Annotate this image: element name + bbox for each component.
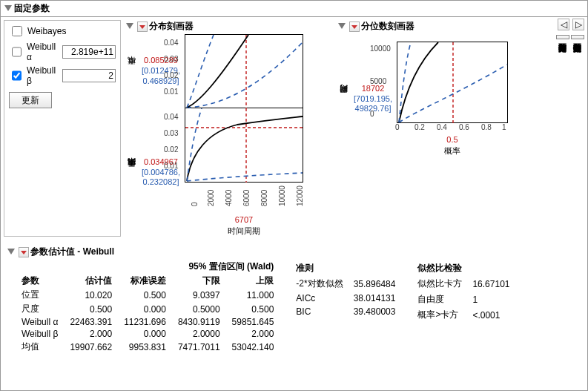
cell-name: 自由度 (413, 292, 466, 306)
cell-lo: 7471.7011 (172, 340, 226, 354)
disclose-icon[interactable] (4, 4, 13, 13)
cell-se: 11231.696 (118, 316, 172, 328)
cell-name: BIC (291, 306, 347, 318)
table-row: 位置10.0200.5009.039711.000 (16, 288, 280, 302)
cell-param: 均值 (16, 340, 64, 354)
col-param: 参数 (16, 274, 64, 288)
panel-menu-button[interactable] (137, 22, 148, 32)
ytick: 0.01 (164, 88, 178, 96)
cell-se: 0.500 (118, 288, 172, 302)
side-tabs: 分布刻画器剥离 分位数刻画器剥离 (556, 35, 584, 39)
cell-val: 16.67101 (468, 277, 514, 291)
update-button[interactable]: 更新 (9, 92, 52, 108)
cell-name: -2*对数似然 (291, 277, 347, 291)
weibayes-checkbox[interactable] (12, 26, 22, 36)
cell-se: 0.000 (118, 328, 172, 340)
xtick: 0 (191, 202, 199, 206)
cell-val: 39.480003 (349, 306, 400, 318)
ytick: 0.03 (164, 55, 178, 63)
xtick: 0.6 (459, 123, 469, 131)
cell-est: 2.000 (64, 328, 118, 340)
ytick: 0.02 (164, 71, 178, 79)
triangle-left-icon: ◁ (561, 19, 567, 30)
ytick: 0.01 (164, 162, 178, 170)
cell-lo: 9.0397 (172, 288, 226, 302)
disclose-icon[interactable] (7, 248, 16, 257)
dist-chart-upper[interactable] (185, 34, 303, 108)
cell-param: 尺度 (16, 302, 64, 316)
cell-se: 0.000 (118, 302, 172, 316)
cell-hi: 2.000 (226, 328, 280, 340)
quant-profiler-title: 分位数刻画器 (361, 20, 414, 33)
cell-hi: 0.500 (226, 302, 280, 316)
cell-val: <.0001 (468, 308, 514, 322)
xtick: 1 (502, 123, 506, 131)
dist-profiler-title: 分布刻画器 (149, 20, 194, 33)
dist-chart-lower[interactable] (185, 108, 303, 183)
disclose-icon[interactable] (337, 22, 346, 31)
cell-est: 0.500 (64, 302, 118, 316)
main-body: Weibayes Weibull α Weibull β 更新 分布刻画器 (1, 17, 587, 240)
cell-val: 38.014131 (349, 292, 400, 304)
xtick: 0.8 (481, 123, 492, 131)
dist-profiler-panel: 分布刻画器 概率 0.085289 [0.012479, 0.468929] 0… (125, 20, 333, 237)
ytick: 10000 (370, 45, 391, 53)
quant-profiler-panel: 分位数刻画器 时间周期 18702 [7019.195, 49829.76] 1… (337, 20, 560, 237)
ytick: 0.04 (164, 113, 178, 121)
col-est: 估计值 (64, 274, 118, 288)
xtick: 8000 (260, 190, 268, 206)
cell-param: 位置 (16, 288, 64, 302)
xtick: 0.2 (414, 123, 425, 131)
col-hi: 上限 (226, 274, 280, 288)
cell-val: 35.896484 (349, 277, 400, 291)
cell-name: 似然比卡方 (413, 277, 466, 291)
cell-se: 9953.831 (118, 340, 172, 354)
nav-buttons: ◁ ▷ (558, 19, 584, 30)
xtick: 6000 (242, 190, 251, 206)
next-button[interactable]: ▷ (572, 19, 584, 30)
cell-hi: 53042.140 (226, 340, 280, 354)
cell-name: 概率>卡方 (413, 308, 466, 322)
svg-marker-9 (7, 249, 15, 254)
weibull-alpha-label: Weibull α (27, 42, 59, 62)
x-mark-value: 6707 (185, 215, 303, 224)
ytick: 0.02 (164, 145, 178, 154)
cell-param: Weibull α (16, 316, 64, 328)
cell-hi: 59851.645 (226, 316, 280, 328)
params-section-title: 参数估计值 - Weibull (30, 246, 114, 258)
table-row: 均值19907.6629953.8317471.701153042.140 (16, 340, 280, 354)
wald-header: 95% 置信区间 (Wald) (172, 260, 280, 274)
fixed-params-window: 固定参数 ◁ ▷ 分布刻画器剥离 分位数刻画器剥离 Weibayes Weibu… (0, 0, 588, 391)
cell-param: Weibull β (16, 328, 64, 340)
svg-marker-1 (126, 23, 133, 29)
weibull-beta-input[interactable] (62, 69, 116, 82)
xtick: 10000 (278, 185, 286, 206)
panel-menu-button[interactable] (349, 22, 360, 32)
xtick: 0.4 (437, 123, 447, 131)
xtick: 4000 (225, 190, 233, 206)
ci-value: [0.004786, 0.232082] (142, 168, 180, 187)
table-row: AICc38.014131 (291, 292, 400, 304)
weibull-alpha-checkbox[interactable] (12, 47, 22, 57)
disclose-icon[interactable] (125, 22, 134, 31)
ytick: 0.04 (164, 39, 178, 47)
svg-marker-7 (351, 25, 357, 29)
table-row: 似然比卡方16.67101 (413, 277, 514, 291)
weibull-alpha-input[interactable] (62, 45, 116, 59)
table-row: 概率>卡方<.0001 (413, 308, 514, 322)
col-se: 标准误差 (118, 274, 172, 288)
panel-menu-button[interactable] (19, 247, 29, 257)
col-lo: 下限 (172, 274, 226, 288)
ytick: 0.03 (164, 129, 178, 137)
cell-lo: 0.5000 (172, 302, 226, 316)
table-row: Weibull β2.0000.0002.00002.000 (16, 328, 280, 340)
weibull-beta-checkbox[interactable] (12, 70, 22, 81)
quant-chart[interactable] (397, 42, 508, 123)
table-row: BIC39.480003 (291, 306, 400, 318)
cell-est: 19907.662 (64, 340, 118, 354)
xtick: 0 (395, 123, 400, 131)
criteria-title: 准则 (291, 261, 400, 275)
table-row: -2*对数似然35.896484 (291, 277, 400, 291)
cell-hi: 11.000 (226, 288, 280, 302)
side-tab-quant[interactable]: 分位数刻画器剥离 (571, 35, 584, 39)
